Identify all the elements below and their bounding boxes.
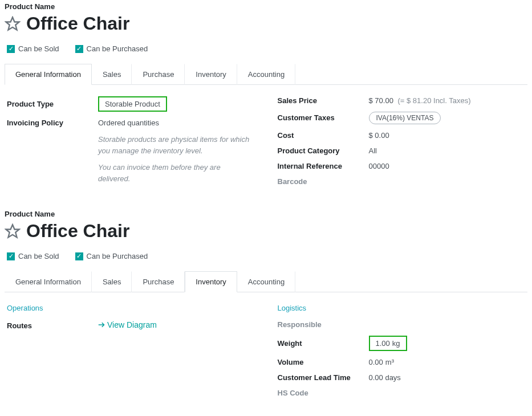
tab-sales[interactable]: Sales: [92, 64, 132, 85]
invoicing-policy-label: Invoicing Policy: [7, 119, 98, 127]
operations-heading: Operations: [7, 304, 255, 312]
weight-value[interactable]: 1.00kg: [369, 336, 407, 351]
hs-code-label: HS Code: [278, 389, 369, 397]
can-be-sold-label: Can be Sold: [18, 252, 59, 260]
product-type-value[interactable]: Storable Product: [98, 96, 167, 112]
responsible-label: Responsible: [278, 320, 369, 329]
can-be-sold-checkbox[interactable]: ✓ Can be Sold: [7, 44, 59, 53]
help-text-2: You can invoice them before they are del…: [98, 162, 255, 184]
can-be-purchased-label: Can be Purchased: [87, 252, 148, 260]
check-icon: ✓: [75, 45, 83, 53]
svg-marker-0: [6, 17, 19, 30]
invoicing-policy-value[interactable]: Ordered quantities: [98, 119, 159, 127]
svg-marker-1: [6, 225, 19, 237]
volume-label: Volume: [278, 358, 369, 366]
arrow-right-icon: [98, 321, 105, 328]
customer-taxes-tag[interactable]: IVA(16%) VENTAS: [369, 112, 441, 124]
barcode-label: Barcode: [278, 177, 369, 186]
customer-lead-time-value[interactable]: 0.00 days: [369, 373, 401, 382]
product-category-value[interactable]: All: [369, 146, 377, 155]
general-tab-content: Product Type Storable Product Invoicing …: [5, 85, 527, 198]
can-be-purchased-checkbox[interactable]: ✓ Can be Purchased: [75, 44, 148, 53]
product-title[interactable]: Office Chair: [26, 13, 129, 34]
tab-general-information[interactable]: General Information: [5, 271, 92, 292]
inventory-tab-content: Operations Routes View Diagram Logistics…: [5, 292, 527, 410]
customer-taxes-label: Customer Taxes: [278, 113, 369, 122]
check-icon: ✓: [7, 252, 15, 260]
tab-accounting[interactable]: Accounting: [237, 271, 295, 292]
tabs-2: General Information Sales Purchase Inven…: [5, 271, 527, 292]
product-form-1: Product Name Office Chair ✓ Can be Sold …: [5, 2, 527, 198]
internal-reference-value[interactable]: 00000: [369, 162, 389, 170]
product-name-label: Product Name: [5, 210, 527, 218]
volume-value[interactable]: 0.00m³: [369, 358, 394, 366]
cost-label: Cost: [278, 131, 369, 140]
can-be-sold-label: Can be Sold: [18, 44, 59, 53]
check-icon: ✓: [75, 252, 83, 260]
product-title[interactable]: Office Chair: [26, 221, 129, 242]
product-type-label: Product Type: [7, 100, 98, 108]
tab-inventory[interactable]: Inventory: [185, 64, 237, 85]
check-icon: ✓: [7, 45, 15, 53]
sales-price-label: Sales Price: [278, 96, 369, 105]
product-form-2: Product Name Office Chair ✓ Can be Sold …: [5, 210, 527, 410]
tabs-1: General Information Sales Purchase Inven…: [5, 63, 527, 85]
cost-value[interactable]: $ 0.00: [369, 131, 389, 140]
tab-sales[interactable]: Sales: [92, 271, 132, 292]
view-diagram-link[interactable]: View Diagram: [98, 320, 157, 329]
tab-purchase[interactable]: Purchase: [132, 271, 185, 292]
sales-price-value[interactable]: $ 70.00 (= $ 81.20 Incl. Taxes): [369, 96, 471, 105]
sales-price-incl-taxes: (= $ 81.20 Incl. Taxes): [398, 96, 471, 105]
tab-purchase[interactable]: Purchase: [132, 64, 185, 85]
can-be-purchased-checkbox[interactable]: ✓ Can be Purchased: [75, 252, 148, 260]
tab-inventory[interactable]: Inventory: [185, 271, 237, 292]
tab-general-information[interactable]: General Information: [5, 64, 92, 85]
help-text-1: Storable products are physical items for…: [98, 134, 255, 156]
customer-lead-time-label: Customer Lead Time: [278, 373, 369, 382]
favorite-star-icon[interactable]: [5, 16, 21, 32]
can-be-sold-checkbox[interactable]: ✓ Can be Sold: [7, 252, 59, 260]
product-name-label: Product Name: [5, 2, 527, 11]
routes-label: Routes: [7, 321, 98, 330]
logistics-heading: Logistics: [278, 304, 526, 312]
tab-accounting[interactable]: Accounting: [237, 64, 295, 85]
internal-reference-label: Internal Reference: [278, 162, 369, 170]
can-be-purchased-label: Can be Purchased: [87, 44, 148, 53]
product-category-label: Product Category: [278, 146, 369, 155]
favorite-star-icon[interactable]: [5, 223, 21, 239]
weight-label: Weight: [278, 339, 369, 348]
